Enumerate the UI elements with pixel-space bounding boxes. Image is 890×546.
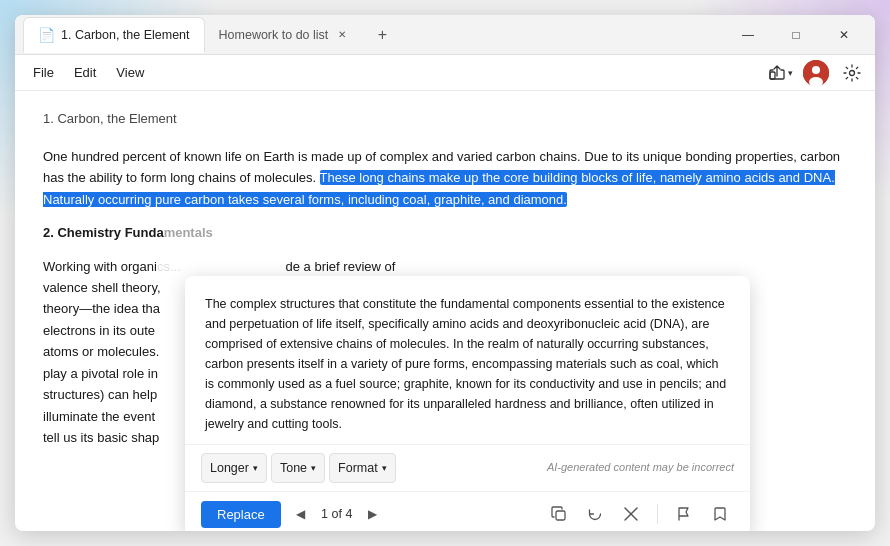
nav-area: ◀ 1 of 4 ▶ bbox=[289, 502, 385, 526]
app-window: 📄 1. Carbon, the Element Homework to do … bbox=[15, 15, 875, 531]
bookmark-button[interactable] bbox=[706, 500, 734, 528]
tone-label: Tone bbox=[280, 458, 307, 478]
format-dropdown[interactable]: Format ▾ bbox=[329, 453, 396, 483]
longer-dropdown[interactable]: Longer ▾ bbox=[201, 453, 267, 483]
ai-popup-toolbar: Longer ▾ Tone ▾ Format ▾ AI-generated co… bbox=[185, 445, 750, 492]
tab-label-carbon: 1. Carbon, the Element bbox=[61, 28, 190, 42]
close-button[interactable]: ✕ bbox=[821, 19, 867, 51]
footer-icons bbox=[545, 500, 734, 528]
menu-view[interactable]: View bbox=[106, 61, 154, 84]
svg-point-4 bbox=[850, 70, 855, 75]
document-content: 1. Carbon, the Element One hundred perce… bbox=[15, 91, 875, 531]
tone-dropdown[interactable]: Tone ▾ bbox=[271, 453, 325, 483]
replace-button[interactable]: Replace bbox=[201, 501, 281, 528]
next-button[interactable]: ▶ bbox=[361, 502, 385, 526]
flag-button[interactable] bbox=[670, 500, 698, 528]
user-avatar[interactable] bbox=[803, 60, 829, 86]
tab-area: 📄 1. Carbon, the Element Homework to do … bbox=[23, 17, 725, 53]
copy-button[interactable] bbox=[545, 500, 573, 528]
ai-popup-footer: Replace ◀ 1 of 4 ▶ bbox=[185, 492, 750, 531]
window-controls: — □ ✕ bbox=[725, 19, 867, 51]
menu-file[interactable]: File bbox=[23, 61, 64, 84]
tone-chevron-icon: ▾ bbox=[311, 461, 316, 475]
document-breadcrumb: 1. Carbon, the Element bbox=[43, 109, 847, 130]
tab-icon: 📄 bbox=[38, 27, 55, 43]
minimize-button[interactable]: — bbox=[725, 19, 771, 51]
page-indicator: 1 of 4 bbox=[319, 504, 355, 524]
tab-close-homework[interactable]: ✕ bbox=[334, 27, 350, 43]
format-chevron-icon: ▾ bbox=[382, 461, 387, 475]
longer-label: Longer bbox=[210, 458, 249, 478]
menu-right: ▾ bbox=[765, 58, 867, 88]
format-label: Format bbox=[338, 458, 378, 478]
paragraph-1: One hundred percent of known life on Ear… bbox=[43, 146, 847, 210]
prev-button[interactable]: ◀ bbox=[289, 502, 313, 526]
ai-generated-text: The complex structures that constitute t… bbox=[205, 297, 726, 431]
svg-point-2 bbox=[812, 66, 820, 74]
tab-add-button[interactable]: + bbox=[368, 21, 396, 49]
section-2-title: 2. Chemistry Fundamentals bbox=[43, 222, 847, 243]
svg-rect-0 bbox=[770, 72, 775, 79]
svg-rect-5 bbox=[556, 511, 565, 520]
maximize-button[interactable]: □ bbox=[773, 19, 819, 51]
longer-chevron-icon: ▾ bbox=[253, 461, 258, 475]
ai-rewrite-popup: The complex structures that constitute t… bbox=[185, 276, 750, 531]
tab-homework[interactable]: Homework to do list ✕ bbox=[205, 17, 365, 53]
close-popup-button[interactable] bbox=[617, 500, 645, 528]
menu-edit[interactable]: Edit bbox=[64, 61, 106, 84]
tab-label-homework: Homework to do list bbox=[219, 28, 329, 42]
menu-bar: File Edit View ▾ bbox=[15, 55, 875, 91]
share-icon-button[interactable]: ▾ bbox=[765, 58, 795, 88]
refresh-button[interactable] bbox=[581, 500, 609, 528]
ai-disclaimer: AI-generated content may be incorrect bbox=[400, 459, 734, 477]
tab-carbon[interactable]: 📄 1. Carbon, the Element bbox=[23, 17, 205, 53]
ai-popup-content: The complex structures that constitute t… bbox=[185, 276, 750, 445]
settings-icon-button[interactable] bbox=[837, 58, 867, 88]
divider bbox=[657, 504, 658, 524]
share-chevron: ▾ bbox=[788, 68, 793, 78]
title-bar: 📄 1. Carbon, the Element Homework to do … bbox=[15, 15, 875, 55]
